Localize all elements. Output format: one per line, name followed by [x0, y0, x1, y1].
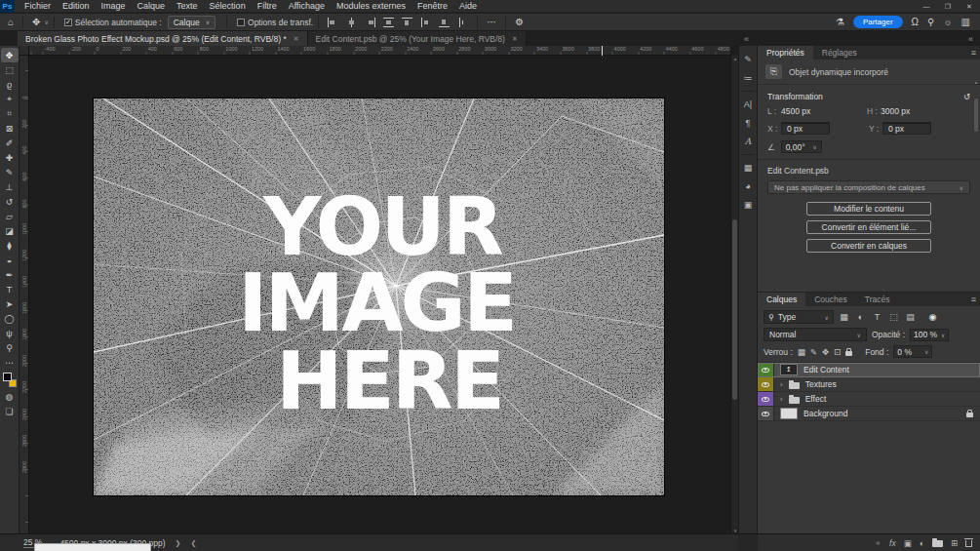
shape-tool[interactable]: ◯: [1, 311, 19, 326]
align-left-edges-icon[interactable]: [328, 18, 338, 27]
color-icon[interactable]: ◕: [740, 178, 757, 194]
panel-menu-icon[interactable]: ≡: [971, 293, 976, 306]
layer-row-textures[interactable]: › Textures: [758, 377, 980, 392]
tab-paths[interactable]: Tracés: [856, 293, 899, 306]
new-group-icon[interactable]: [932, 540, 943, 547]
opacity-input[interactable]: 100 % ∨: [910, 329, 949, 341]
clone-stamp-tool[interactable]: ⊥: [1, 179, 19, 194]
eye-icon[interactable]: [762, 412, 769, 416]
filter-adjustment-layers-icon[interactable]: ◐: [854, 312, 867, 322]
gradient-tool[interactable]: ◪: [1, 223, 19, 238]
x-input[interactable]: 0 px: [781, 122, 830, 135]
scroll-up-icon[interactable]: ▴: [731, 56, 738, 61]
layer-row-effect[interactable]: › Effect: [758, 392, 980, 407]
home-icon[interactable]: ⌂: [4, 17, 18, 27]
foreground-color-swatch[interactable]: [3, 373, 12, 381]
lock-paint-icon[interactable]: ✎: [810, 347, 817, 357]
eraser-tool[interactable]: ▱: [1, 209, 19, 223]
minimize-button[interactable]: —: [916, 0, 937, 13]
brush-tool[interactable]: ✎: [1, 165, 19, 179]
filter-shape-layers-icon[interactable]: ⬚: [887, 312, 900, 322]
lock-transparency-icon[interactable]: ▦: [798, 347, 805, 357]
history-brush-tool[interactable]: ↺: [1, 194, 19, 209]
menu-edition[interactable]: Edition: [57, 0, 96, 13]
tab-broken-glass-mockup[interactable]: Broken Glass Photo Effect Mockup.psd @ 2…: [18, 31, 308, 46]
crop-tool[interactable]: ⌗: [1, 106, 19, 121]
eyedropper-tool[interactable]: ✐: [1, 136, 19, 150]
convert-to-linked-button[interactable]: Convertir en élément lié...: [806, 220, 931, 234]
add-mask-icon[interactable]: ▣: [904, 538, 912, 548]
align-bottom-edges-icon[interactable]: [439, 18, 450, 27]
menu-s-lection[interactable]: Sélection: [204, 0, 252, 13]
move-tool-icon[interactable]: ✥: [28, 17, 44, 27]
new-layer-icon[interactable]: ⊞: [951, 538, 958, 548]
status-prev-icon[interactable]: ❮: [190, 539, 196, 547]
canvas[interactable]: YOUR IMAGE HERE: [94, 98, 664, 495]
group-expand-icon[interactable]: ›: [780, 395, 783, 404]
menu-texte[interactable]: Texte: [171, 0, 204, 13]
visibility-cell[interactable]: [758, 377, 774, 391]
layer-name[interactable]: Effect: [805, 394, 827, 404]
document-vertical-scrollbar[interactable]: ▴ ▾: [730, 56, 738, 533]
reset-transform-icon[interactable]: ↺: [963, 92, 970, 101]
status-next-icon[interactable]: ❯: [176, 539, 181, 547]
pen-tool[interactable]: ✒: [1, 267, 19, 282]
share-button[interactable]: Partager: [853, 16, 903, 28]
filter-pixel-layers-icon[interactable]: ▦: [838, 312, 850, 322]
menu-calque[interactable]: Calque: [132, 0, 172, 13]
menu-fichier[interactable]: Fichier: [19, 0, 57, 13]
zoom-tool[interactable]: ⚲: [1, 340, 19, 355]
beta-flask-icon[interactable]: ⚗: [836, 17, 844, 27]
align-gear-icon[interactable]: ⚙: [511, 17, 528, 27]
group-expand-icon[interactable]: ›: [780, 380, 783, 389]
properties-scrollbar[interactable]: ▴: [973, 87, 979, 291]
settings-icon[interactable]: ☼: [943, 17, 952, 27]
close-button[interactable]: ✕: [959, 0, 980, 13]
scroll-up-icon[interactable]: ▴: [973, 79, 979, 85]
close-icon[interactable]: ✕: [512, 35, 518, 43]
visibility-cell[interactable]: [758, 392, 774, 406]
notifications-bell-icon[interactable]: Ω: [912, 17, 919, 27]
type-tool[interactable]: T: [1, 282, 19, 296]
menu-aide[interactable]: Aide: [453, 0, 483, 13]
align-top-edges-icon[interactable]: [402, 18, 412, 27]
distribute-left-edges-icon[interactable]: [420, 18, 431, 27]
collapse-panels-icon[interactable]: «: [968, 31, 973, 46]
menu-affichage[interactable]: Affichage: [283, 0, 331, 13]
layer-name[interactable]: Edit Content: [804, 365, 849, 374]
scrollbar-thumb[interactable]: [732, 219, 737, 400]
layer-row-edit-content[interactable]: ↥ Edit Content: [758, 363, 980, 377]
layer-filter-type-select[interactable]: ⚲ Type ∨: [764, 310, 834, 324]
chevron-down-icon[interactable]: ∨: [44, 19, 48, 25]
eye-icon[interactable]: [762, 368, 769, 373]
align-horizontal-centers-icon[interactable]: [346, 18, 357, 27]
adjustment-layer-icon[interactable]: ◐: [920, 538, 924, 548]
healing-brush-tool[interactable]: ✚: [1, 150, 19, 165]
search-icon[interactable]: ⚲: [927, 17, 934, 27]
menu-image[interactable]: Image: [96, 0, 132, 13]
panel-menu-icon[interactable]: ≡: [971, 46, 976, 59]
lock-position-icon[interactable]: ✥: [822, 347, 829, 357]
eye-icon[interactable]: [762, 397, 769, 402]
layer-comp-select[interactable]: Ne pas appliquer la composition de calqu…: [767, 180, 970, 194]
tab-edit-content[interactable]: Edit Content.psb @ 25% (Your Image Here,…: [308, 31, 527, 46]
blur-tool[interactable]: ⧫: [1, 238, 19, 253]
layer-name[interactable]: Background: [804, 409, 847, 418]
menu-filtre[interactable]: Filtre: [252, 0, 283, 13]
convert-to-layers-button[interactable]: Convertir en calques: [806, 239, 931, 253]
object-selection-tool[interactable]: ⌖: [1, 92, 19, 106]
layer-effects-icon[interactable]: fx: [889, 538, 896, 548]
lock-artboard-icon[interactable]: ⊡: [834, 347, 841, 357]
color-swatches[interactable]: [2, 373, 18, 387]
quickmask-tool[interactable]: ◍: [1, 389, 19, 404]
y-input[interactable]: 0 px: [882, 122, 931, 135]
patterns-icon[interactable]: ▦: [740, 160, 757, 176]
link-layers-icon[interactable]: ⚭: [875, 538, 882, 548]
visibility-cell[interactable]: [758, 407, 774, 420]
move-tool[interactable]: ✥: [1, 48, 19, 62]
marquee-tool[interactable]: ⬚: [1, 62, 19, 77]
blend-mode-select[interactable]: Normal ∨: [764, 328, 867, 341]
filter-smart-objects-icon[interactable]: ▤: [904, 312, 917, 322]
frame-tool[interactable]: ⊠: [1, 121, 19, 136]
filter-toggle-icon[interactable]: ◉: [926, 312, 939, 322]
